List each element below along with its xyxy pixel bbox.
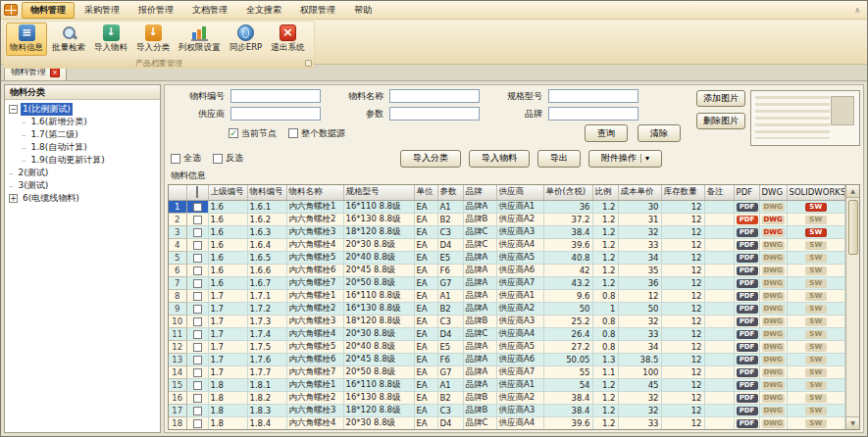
table-row[interactable]: 81.71.7.1内六角螺栓116*110 8.8级EAA1品牌A供应商A19.… [169,289,845,302]
import-material-button[interactable]: 导入物料 [469,150,530,168]
sw-badge[interactable]: SW [805,241,827,250]
column-header[interactable]: 成本单价 [618,185,661,200]
select-all-checkbox[interactable]: 全选 [171,152,201,165]
pdf-badge[interactable]: PDF [737,267,758,275]
column-header[interactable]: 品牌 [463,185,496,200]
pdf-badge[interactable]: PDF [737,317,758,326]
batch-search-button[interactable]: 批量检索 [48,23,89,56]
pdf-badge[interactable]: PDF [737,330,758,339]
exit-button[interactable]: 退出系统 [268,23,309,56]
pdf-badge[interactable]: PDF [737,356,758,364]
expand-icon[interactable]: + [9,194,18,203]
row-select-cell[interactable] [186,225,208,238]
import-category-button[interactable]: 导入分类 [400,150,461,168]
dwg-badge[interactable]: DWG [762,356,785,364]
sw-badge[interactable]: SW [805,254,827,263]
menu-tab[interactable]: 报价管理 [129,2,182,19]
sync-erp-button[interactable]: 同步ERP [226,23,267,56]
row-select-cell[interactable] [186,340,208,353]
table-row[interactable]: 21.61.6.2内六角螺栓216*130 8.8级EAB2品牌B供应商A237… [169,213,845,225]
row-select-cell[interactable] [186,404,208,416]
table-row[interactable]: 71.61.6.7内六角螺栓720*50 8.8级EAG7品牌A供应商A743.… [169,276,845,289]
row-select-cell[interactable] [186,365,208,378]
tree-item[interactable]: –1.7(第二级) [5,128,160,141]
table-row[interactable]: 101.71.7.3内六角螺栓318*120 8.8级EAC3品牌B供应商A32… [169,315,845,327]
close-tab-icon[interactable]: × [50,68,60,77]
table-row[interactable]: 91.71.7.2内六角螺栓216*130 8.8级EAB2品牌A供应商A250… [169,302,845,315]
row-checkbox[interactable] [193,330,202,339]
dwg-badge[interactable]: DWG [762,241,785,250]
column-permission-button[interactable]: 列权限设置 [175,23,225,56]
menu-tab[interactable]: 文档管理 [183,2,236,19]
pdf-badge[interactable]: PDF [737,254,758,263]
pdf-badge[interactable]: PDF [737,343,758,352]
column-header[interactable]: 单位 [414,185,437,200]
table-row[interactable]: 131.71.7.6内六角螺栓620*45 8.8级EAF6品牌A供应商A650… [169,353,845,365]
sw-badge[interactable]: SW [805,381,827,390]
row-select-cell[interactable] [186,276,208,289]
query-button[interactable]: 查询 [585,124,628,142]
app-icon[interactable] [4,4,18,16]
brand-input[interactable] [548,107,638,121]
material-name-input[interactable] [389,89,480,103]
tree-item[interactable]: –2(测试) [5,167,160,179]
dwg-badge[interactable]: DWG [762,216,785,224]
row-select-cell[interactable] [186,264,208,276]
table-row[interactable]: 161.81.8.2内六角螺栓216*130 8.8级EAB2品牌B供应商A23… [169,391,845,404]
table-row[interactable]: 41.61.6.4内六角螺栓420*30 8.8级EAD4品牌C供应商A439.… [169,238,845,251]
tree-item[interactable]: −1(比例测试) [5,103,160,116]
sw-badge[interactable]: SW [805,317,827,326]
pdf-badge[interactable]: PDF [737,394,758,403]
row-checkbox[interactable] [193,279,202,288]
table-row[interactable]: 111.71.7.4内六角螺栓420*30 8.8级EAD4品牌C供应商A426… [169,327,845,340]
pdf-badge[interactable]: PDF [737,203,758,212]
table-row[interactable]: 151.81.8.1内六角螺栓116*110 8.8级EAA1品牌A供应商A15… [169,378,845,391]
scroll-down-icon[interactable]: ▼ [846,416,859,429]
row-select-cell[interactable] [186,302,208,315]
sw-badge[interactable]: SW [805,216,827,224]
dwg-badge[interactable]: DWG [762,305,785,314]
row-select-cell[interactable] [186,213,208,225]
row-checkbox[interactable] [193,241,202,250]
delete-image-button[interactable]: 删除图片 [696,113,745,129]
pdf-badge[interactable]: PDF [737,368,758,377]
column-header[interactable]: 备注 [704,185,734,200]
dwg-badge[interactable]: DWG [762,381,785,390]
scope-checkbox[interactable]: ✓当前节点 [229,127,277,140]
pdf-badge[interactable]: PDF [737,292,758,301]
row-checkbox[interactable] [193,267,202,275]
row-checkbox[interactable] [193,254,202,263]
row-checkbox[interactable] [193,317,202,326]
row-checkbox[interactable] [193,407,202,415]
row-select-cell[interactable] [186,238,208,251]
tree-item[interactable]: +6(电缆线物料) [5,192,160,205]
material-info-button[interactable]: 物料信息 [6,23,47,56]
table-row[interactable]: 61.61.6.6内六角螺栓620*45 8.8级EAF6品牌A供应商A6421… [169,264,845,276]
vertical-scrollbar[interactable]: ▲ ▼ [845,185,859,429]
sw-badge[interactable]: SW [805,343,827,352]
scrollbar-thumb[interactable] [848,200,858,255]
row-select-cell[interactable] [186,200,208,213]
table-row[interactable]: 141.71.7.7内六角螺栓720*50 8.8级EAG7品牌A供应商A755… [169,365,845,378]
row-select-cell[interactable] [186,378,208,391]
menu-tab[interactable]: 帮助 [345,2,381,19]
sw-badge[interactable]: SW [805,279,827,288]
column-header[interactable]: 上级编号 [208,185,247,200]
pdf-badge[interactable]: PDF [737,419,758,428]
row-checkbox[interactable] [193,228,202,237]
tree-item[interactable]: –3(测试) [5,179,160,192]
table-row[interactable]: 11.61.6.1内六角螺栓116*110 8.8级EAA1品牌A供应商A136… [169,200,845,213]
sw-badge[interactable]: SW [805,394,827,403]
dwg-badge[interactable]: DWG [762,254,785,263]
dwg-badge[interactable]: DWG [762,394,785,403]
row-checkbox[interactable] [193,305,202,314]
row-checkbox[interactable] [193,343,202,352]
scope-checkbox[interactable]: 整个数据源 [288,127,345,140]
column-header[interactable]: DWG [759,185,787,200]
row-select-cell[interactable] [186,353,208,365]
add-image-button[interactable]: 添加图片 [696,90,745,107]
pdf-badge[interactable]: PDF [737,279,758,288]
dwg-badge[interactable]: DWG [762,343,785,352]
row-checkbox[interactable] [193,203,202,212]
sw-badge[interactable]: SW [805,356,827,364]
